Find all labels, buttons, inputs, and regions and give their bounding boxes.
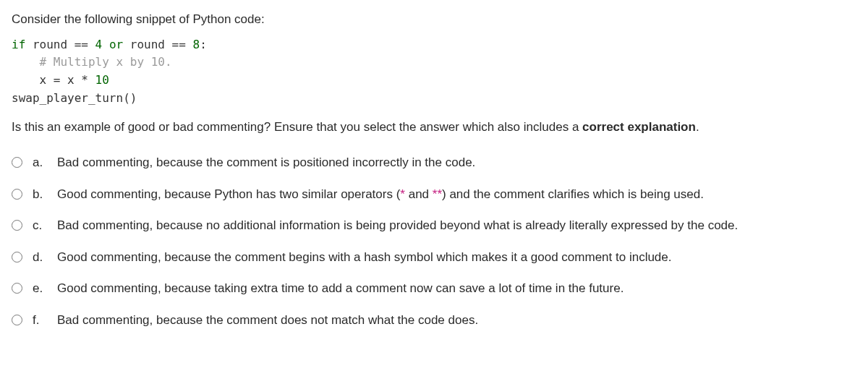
number-literal: 4 [95, 38, 103, 51]
question-body-text: Is this an example of good or bad commen… [12, 120, 582, 134]
question-body-text: . [696, 120, 699, 134]
question-body-bold: correct explanation [582, 120, 696, 134]
radio-wrap [12, 315, 22, 325]
radio-c[interactable] [12, 220, 22, 231]
option-letter: c. [33, 216, 47, 235]
question-intro: Consider the following snippet of Python… [12, 10, 856, 29]
options-list: a. Bad commenting, because the comment i… [12, 153, 856, 329]
keyword-if: if [12, 38, 25, 51]
code-text: round [25, 38, 74, 51]
code-text: swap_player_turn() [12, 91, 137, 105]
operator-doublestar: ** [433, 187, 442, 201]
option-text: Bad commenting, because the comment does… [57, 311, 856, 330]
radio-wrap [12, 283, 22, 294]
number-literal: 10 [95, 73, 109, 87]
radio-wrap [12, 157, 22, 168]
option-letter: d. [33, 248, 47, 267]
option-letter: f. [33, 311, 47, 330]
code-text: x = x * [12, 73, 95, 87]
radio-a[interactable] [12, 157, 22, 168]
option-d[interactable]: d. Good commenting, because the comment … [12, 248, 856, 267]
option-text: Bad commenting, because the comment is p… [57, 153, 856, 172]
operator-star: * [400, 187, 405, 201]
code-text: : [200, 38, 207, 51]
option-f[interactable]: f. Bad commenting, because the comment d… [12, 311, 856, 330]
code-comment: # Multiply x by 10. [12, 55, 172, 69]
option-e[interactable]: e. Good commenting, because taking extra… [12, 279, 856, 298]
option-letter: e. [33, 279, 47, 298]
option-text-part: ) and the comment clarifies which is bei… [442, 187, 704, 201]
code-text: round [123, 38, 171, 51]
code-text: == [75, 38, 95, 51]
option-b[interactable]: b. Good commenting, because Python has t… [12, 185, 856, 204]
radio-e[interactable] [12, 283, 22, 294]
keyword-or: or [102, 38, 123, 51]
option-letter: a. [33, 153, 47, 172]
question-body: Is this an example of good or bad commen… [12, 118, 856, 137]
option-text-part: and [405, 187, 433, 201]
radio-b[interactable] [12, 189, 22, 200]
option-c[interactable]: c. Bad commenting, because no additional… [12, 216, 856, 235]
option-text: Bad commenting, because no additional in… [57, 216, 856, 235]
code-text: == [172, 38, 193, 51]
radio-f[interactable] [12, 315, 22, 325]
option-a[interactable]: a. Bad commenting, because the comment i… [12, 153, 856, 172]
option-letter: b. [33, 185, 47, 204]
option-text: Good commenting, because Python has two … [57, 185, 856, 204]
option-text: Good commenting, because taking extra ti… [57, 279, 856, 298]
option-text-part: Good commenting, because Python has two … [57, 187, 400, 201]
radio-d[interactable] [12, 252, 22, 263]
radio-wrap [12, 220, 22, 231]
radio-wrap [12, 252, 22, 263]
code-block: if round == 4 or round == 8: # Multiply … [12, 36, 856, 108]
radio-wrap [12, 189, 22, 200]
number-literal: 8 [193, 38, 200, 51]
option-text: Good commenting, because the comment beg… [57, 248, 856, 267]
